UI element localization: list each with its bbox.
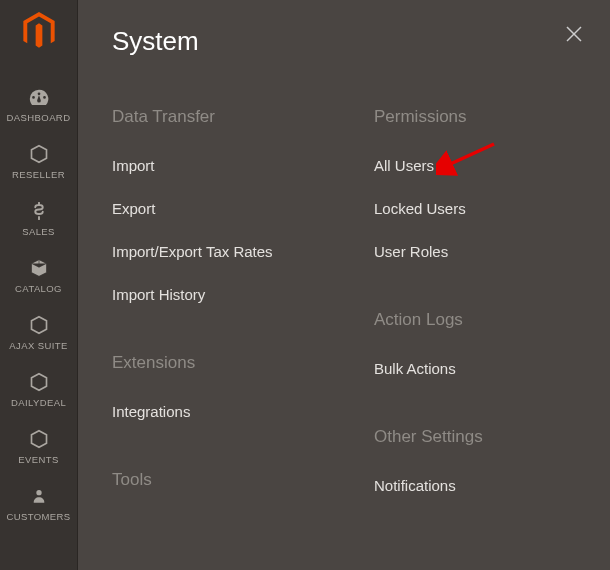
panel-title: System (112, 26, 576, 57)
nav-dailydeal[interactable]: DAILYDEAL (0, 361, 77, 418)
link-bulk-actions[interactable]: Bulk Actions (374, 360, 576, 377)
nav-label: AJAX SUITE (9, 340, 67, 351)
section-heading-tools: Tools (112, 470, 314, 490)
svg-marker-3 (31, 431, 46, 448)
svg-marker-2 (31, 374, 46, 391)
nav-label: DAILYDEAL (11, 397, 66, 408)
hexagon-icon (29, 371, 49, 393)
link-import-history[interactable]: Import History (112, 286, 314, 303)
nav-label: DASHBOARD (7, 112, 71, 123)
section-heading-action-logs: Action Logs (374, 310, 576, 330)
nav-reseller[interactable]: RESELLER (0, 133, 77, 190)
nav-label: RESELLER (12, 169, 65, 180)
link-import[interactable]: Import (112, 157, 314, 174)
link-integrations[interactable]: Integrations (112, 403, 314, 420)
menu-column-right: Permissions All Users Locked Users User … (374, 107, 576, 520)
section-heading-permissions: Permissions (374, 107, 576, 127)
section-heading-other-settings: Other Settings (374, 427, 576, 447)
close-icon (566, 26, 582, 46)
link-locked-users[interactable]: Locked Users (374, 200, 576, 217)
admin-sidebar: DASHBOARD RESELLER SALES CATALOG AJAX SU… (0, 0, 78, 570)
hexagon-icon (29, 143, 49, 165)
nav-events[interactable]: EVENTS (0, 418, 77, 475)
nav-label: SALES (22, 226, 55, 237)
menu-columns: Data Transfer Import Export Import/Expor… (112, 107, 576, 520)
nav-sales[interactable]: SALES (0, 190, 77, 247)
gauge-icon (28, 86, 50, 108)
nav-label: EVENTS (18, 454, 58, 465)
magento-logo-icon[interactable] (22, 12, 56, 54)
link-notifications[interactable]: Notifications (374, 477, 576, 494)
hexagon-icon (29, 428, 49, 450)
nav-customers[interactable]: CUSTOMERS (0, 475, 77, 532)
link-user-roles[interactable]: User Roles (374, 243, 576, 260)
section-heading-data-transfer: Data Transfer (112, 107, 314, 127)
person-icon (31, 485, 47, 507)
hexagon-icon (29, 314, 49, 336)
close-button[interactable] (562, 24, 586, 48)
menu-column-left: Data Transfer Import Export Import/Expor… (112, 107, 314, 520)
box-icon (29, 257, 49, 279)
svg-marker-0 (31, 146, 46, 163)
link-all-users[interactable]: All Users (374, 157, 576, 174)
section-heading-extensions: Extensions (112, 353, 314, 373)
system-flyout-panel: System Data Transfer Import Export Impor… (78, 0, 610, 570)
nav-catalog[interactable]: CATALOG (0, 247, 77, 304)
svg-point-4 (36, 490, 41, 495)
link-import-export-tax-rates[interactable]: Import/Export Tax Rates (112, 243, 314, 260)
svg-marker-1 (31, 317, 46, 334)
dollar-icon (30, 200, 48, 222)
nav-label: CATALOG (15, 283, 62, 294)
nav-label: CUSTOMERS (6, 511, 70, 522)
link-export[interactable]: Export (112, 200, 314, 217)
nav-ajaxsuite[interactable]: AJAX SUITE (0, 304, 77, 361)
nav-dashboard[interactable]: DASHBOARD (0, 76, 77, 133)
